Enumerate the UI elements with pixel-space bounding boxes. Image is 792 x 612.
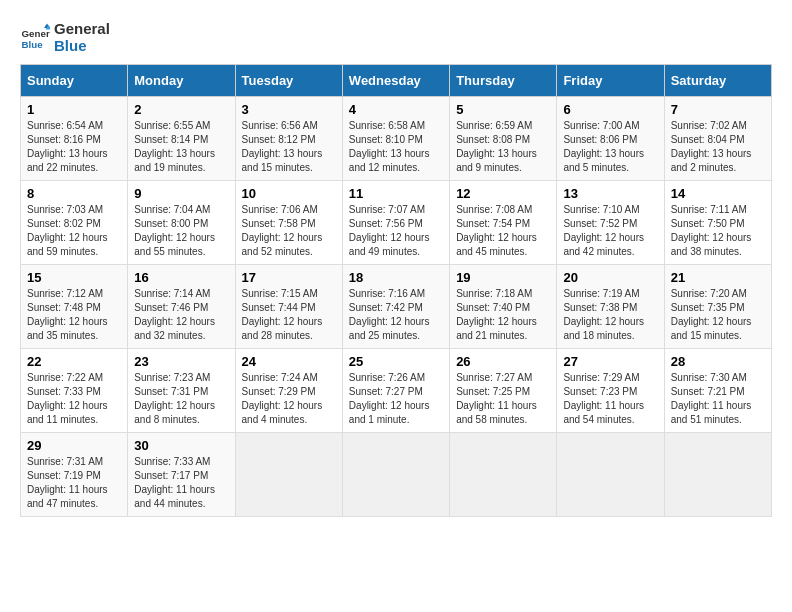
day-cell: 18 Sunrise: 7:16 AM Sunset: 7:42 PM Dayl… (342, 265, 449, 349)
day-info: Sunrise: 7:29 AM Sunset: 7:23 PM Dayligh… (563, 371, 657, 427)
day-info: Sunrise: 7:30 AM Sunset: 7:21 PM Dayligh… (671, 371, 765, 427)
day-info: Sunrise: 6:58 AM Sunset: 8:10 PM Dayligh… (349, 119, 443, 175)
day-cell: 17 Sunrise: 7:15 AM Sunset: 7:44 PM Dayl… (235, 265, 342, 349)
day-info: Sunrise: 7:22 AM Sunset: 7:33 PM Dayligh… (27, 371, 121, 427)
day-cell: 13 Sunrise: 7:10 AM Sunset: 7:52 PM Dayl… (557, 181, 664, 265)
col-header-tuesday: Tuesday (235, 65, 342, 97)
day-info: Sunrise: 7:00 AM Sunset: 8:06 PM Dayligh… (563, 119, 657, 175)
svg-text:Blue: Blue (22, 39, 44, 50)
day-number: 26 (456, 354, 550, 369)
day-number: 11 (349, 186, 443, 201)
day-info: Sunrise: 7:18 AM Sunset: 7:40 PM Dayligh… (456, 287, 550, 343)
week-row-4: 22 Sunrise: 7:22 AM Sunset: 7:33 PM Dayl… (21, 349, 772, 433)
day-info: Sunrise: 7:15 AM Sunset: 7:44 PM Dayligh… (242, 287, 336, 343)
day-cell: 7 Sunrise: 7:02 AM Sunset: 8:04 PM Dayli… (664, 97, 771, 181)
day-number: 23 (134, 354, 228, 369)
day-number: 10 (242, 186, 336, 201)
day-info: Sunrise: 7:10 AM Sunset: 7:52 PM Dayligh… (563, 203, 657, 259)
day-cell (557, 433, 664, 517)
day-info: Sunrise: 7:06 AM Sunset: 7:58 PM Dayligh… (242, 203, 336, 259)
day-cell: 27 Sunrise: 7:29 AM Sunset: 7:23 PM Dayl… (557, 349, 664, 433)
day-number: 17 (242, 270, 336, 285)
logo-general-text: General (54, 20, 110, 37)
logo-blue-text: Blue (54, 37, 110, 54)
day-number: 15 (27, 270, 121, 285)
day-number: 3 (242, 102, 336, 117)
col-header-monday: Monday (128, 65, 235, 97)
day-number: 21 (671, 270, 765, 285)
week-row-2: 8 Sunrise: 7:03 AM Sunset: 8:02 PM Dayli… (21, 181, 772, 265)
day-cell: 15 Sunrise: 7:12 AM Sunset: 7:48 PM Dayl… (21, 265, 128, 349)
col-header-thursday: Thursday (450, 65, 557, 97)
day-number: 20 (563, 270, 657, 285)
day-cell (235, 433, 342, 517)
col-header-saturday: Saturday (664, 65, 771, 97)
day-info: Sunrise: 6:56 AM Sunset: 8:12 PM Dayligh… (242, 119, 336, 175)
day-cell: 23 Sunrise: 7:23 AM Sunset: 7:31 PM Dayl… (128, 349, 235, 433)
day-info: Sunrise: 7:03 AM Sunset: 8:02 PM Dayligh… (27, 203, 121, 259)
day-number: 6 (563, 102, 657, 117)
calendar-table: SundayMondayTuesdayWednesdayThursdayFrid… (20, 64, 772, 517)
day-info: Sunrise: 7:11 AM Sunset: 7:50 PM Dayligh… (671, 203, 765, 259)
day-number: 4 (349, 102, 443, 117)
day-number: 19 (456, 270, 550, 285)
day-number: 29 (27, 438, 121, 453)
day-info: Sunrise: 6:59 AM Sunset: 8:08 PM Dayligh… (456, 119, 550, 175)
day-number: 13 (563, 186, 657, 201)
day-number: 2 (134, 102, 228, 117)
day-number: 9 (134, 186, 228, 201)
day-cell: 22 Sunrise: 7:22 AM Sunset: 7:33 PM Dayl… (21, 349, 128, 433)
day-cell: 19 Sunrise: 7:18 AM Sunset: 7:40 PM Dayl… (450, 265, 557, 349)
day-cell: 24 Sunrise: 7:24 AM Sunset: 7:29 PM Dayl… (235, 349, 342, 433)
day-info: Sunrise: 7:26 AM Sunset: 7:27 PM Dayligh… (349, 371, 443, 427)
day-cell: 5 Sunrise: 6:59 AM Sunset: 8:08 PM Dayli… (450, 97, 557, 181)
day-number: 16 (134, 270, 228, 285)
day-cell: 10 Sunrise: 7:06 AM Sunset: 7:58 PM Dayl… (235, 181, 342, 265)
day-info: Sunrise: 7:08 AM Sunset: 7:54 PM Dayligh… (456, 203, 550, 259)
day-number: 22 (27, 354, 121, 369)
day-cell: 29 Sunrise: 7:31 AM Sunset: 7:19 PM Dayl… (21, 433, 128, 517)
day-cell: 11 Sunrise: 7:07 AM Sunset: 7:56 PM Dayl… (342, 181, 449, 265)
day-number: 1 (27, 102, 121, 117)
day-cell: 16 Sunrise: 7:14 AM Sunset: 7:46 PM Dayl… (128, 265, 235, 349)
day-cell: 28 Sunrise: 7:30 AM Sunset: 7:21 PM Dayl… (664, 349, 771, 433)
day-cell (664, 433, 771, 517)
day-info: Sunrise: 7:27 AM Sunset: 7:25 PM Dayligh… (456, 371, 550, 427)
day-cell: 12 Sunrise: 7:08 AM Sunset: 7:54 PM Dayl… (450, 181, 557, 265)
day-cell: 2 Sunrise: 6:55 AM Sunset: 8:14 PM Dayli… (128, 97, 235, 181)
day-number: 14 (671, 186, 765, 201)
day-info: Sunrise: 7:14 AM Sunset: 7:46 PM Dayligh… (134, 287, 228, 343)
day-cell: 26 Sunrise: 7:27 AM Sunset: 7:25 PM Dayl… (450, 349, 557, 433)
day-info: Sunrise: 6:54 AM Sunset: 8:16 PM Dayligh… (27, 119, 121, 175)
day-cell: 3 Sunrise: 6:56 AM Sunset: 8:12 PM Dayli… (235, 97, 342, 181)
day-number: 18 (349, 270, 443, 285)
day-number: 28 (671, 354, 765, 369)
day-cell: 6 Sunrise: 7:00 AM Sunset: 8:06 PM Dayli… (557, 97, 664, 181)
day-number: 25 (349, 354, 443, 369)
day-info: Sunrise: 7:20 AM Sunset: 7:35 PM Dayligh… (671, 287, 765, 343)
day-cell: 30 Sunrise: 7:33 AM Sunset: 7:17 PM Dayl… (128, 433, 235, 517)
day-info: Sunrise: 7:19 AM Sunset: 7:38 PM Dayligh… (563, 287, 657, 343)
week-row-5: 29 Sunrise: 7:31 AM Sunset: 7:19 PM Dayl… (21, 433, 772, 517)
day-number: 30 (134, 438, 228, 453)
col-header-wednesday: Wednesday (342, 65, 449, 97)
day-info: Sunrise: 7:07 AM Sunset: 7:56 PM Dayligh… (349, 203, 443, 259)
day-number: 24 (242, 354, 336, 369)
day-cell (342, 433, 449, 517)
logo: General Blue General Blue (20, 20, 110, 54)
week-row-1: 1 Sunrise: 6:54 AM Sunset: 8:16 PM Dayli… (21, 97, 772, 181)
logo-icon: General Blue (20, 22, 50, 52)
day-cell: 9 Sunrise: 7:04 AM Sunset: 8:00 PM Dayli… (128, 181, 235, 265)
day-number: 5 (456, 102, 550, 117)
week-row-3: 15 Sunrise: 7:12 AM Sunset: 7:48 PM Dayl… (21, 265, 772, 349)
page-header: General Blue General Blue (20, 20, 772, 54)
day-number: 7 (671, 102, 765, 117)
day-info: Sunrise: 7:23 AM Sunset: 7:31 PM Dayligh… (134, 371, 228, 427)
day-info: Sunrise: 7:12 AM Sunset: 7:48 PM Dayligh… (27, 287, 121, 343)
day-cell: 8 Sunrise: 7:03 AM Sunset: 8:02 PM Dayli… (21, 181, 128, 265)
day-info: Sunrise: 7:04 AM Sunset: 8:00 PM Dayligh… (134, 203, 228, 259)
svg-text:General: General (22, 28, 51, 39)
day-number: 8 (27, 186, 121, 201)
day-info: Sunrise: 7:31 AM Sunset: 7:19 PM Dayligh… (27, 455, 121, 511)
day-cell (450, 433, 557, 517)
